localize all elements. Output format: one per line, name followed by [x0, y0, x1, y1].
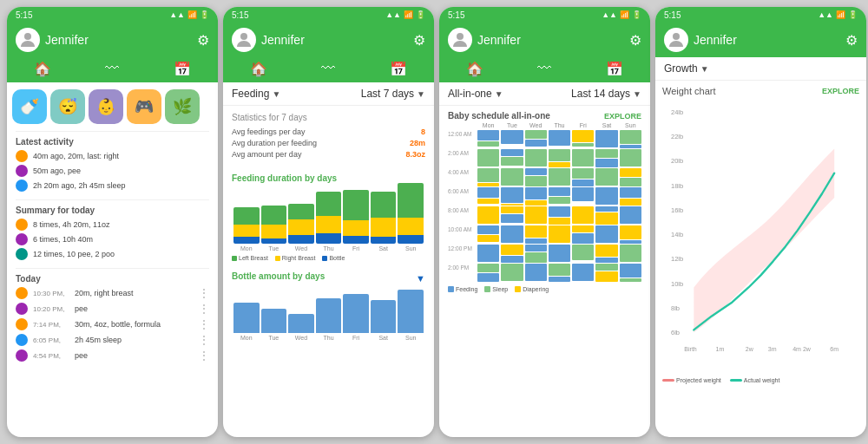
time-row-5: 10:00 AM — [448, 225, 641, 244]
status-bar-1: 5:15 ▲▲ 📶 🔋 — [7, 7, 218, 23]
time-1: 5:15 — [16, 10, 32, 20]
header-3: Jennifer ⚙ — [439, 23, 650, 57]
activity-text-2: 50m ago, pee — [33, 166, 81, 175]
battery-icon-3: 🔋 — [632, 10, 641, 19]
growth-dropdown[interactable]: Growth ▼ — [664, 62, 858, 75]
svg-point-3 — [673, 33, 680, 40]
explore-btn-3[interactable]: EXPLORE — [604, 112, 641, 121]
tl-dot-4 — [16, 334, 28, 346]
time-4: 5:15 — [664, 10, 681, 20]
nav-bar-1[interactable]: 🏠 〰 📅 — [7, 57, 218, 82]
period-label-3: Last 14 days — [571, 88, 630, 100]
tl-more-4[interactable]: ⋮ — [199, 334, 209, 346]
time-2: 5:15 — [232, 10, 248, 20]
calendar-icon-2[interactable]: 📅 — [390, 61, 407, 77]
schedule-legend: Feeding Sleep Diapering — [439, 283, 650, 296]
calendar-icon-1[interactable]: 📅 — [174, 61, 191, 77]
home-icon-1[interactable]: 🏠 — [34, 61, 51, 77]
svg-text:14lb: 14lb — [671, 231, 683, 238]
diaper-btn[interactable]: 👶 — [89, 89, 123, 124]
status-icons-4: ▲▲ 📶 🔋 — [818, 10, 858, 19]
legend-label-bottle: Bottle — [329, 255, 345, 261]
svg-text:6lb: 6lb — [671, 329, 680, 336]
signal-icon: ▲▲ — [169, 10, 185, 19]
play-btn[interactable]: 🎮 — [127, 89, 161, 124]
summary-dot-1 — [16, 219, 28, 231]
svg-text:4m 2w: 4m 2w — [792, 346, 812, 352]
summary-title: Summary for today — [16, 206, 209, 215]
activity-3: 2h 20m ago, 2h 45m sleep — [16, 180, 209, 192]
signal-icon-2: ▲▲ — [385, 10, 401, 19]
summary-dot-3 — [16, 248, 28, 260]
stat-label-2: Avg duration per feeding — [232, 139, 317, 147]
day-wed: Wed — [525, 122, 547, 128]
battery-icon: 🔋 — [200, 10, 209, 19]
tl-more-3[interactable]: ⋮ — [199, 318, 209, 330]
tl-more-1[interactable]: ⋮ — [199, 287, 209, 299]
svg-text:Birth: Birth — [684, 346, 697, 352]
chevron-down-icon: ▼ — [272, 89, 280, 99]
nav-bar-3[interactable]: 🏠 〰 📅 — [439, 57, 650, 82]
time-row-7: 2:00 PM — [448, 264, 641, 282]
chart-icon-1[interactable]: 〰 — [105, 61, 119, 77]
home-icon-3[interactable]: 🏠 — [466, 61, 483, 77]
period-dropdown[interactable]: Last 7 days ▼ — [361, 88, 425, 100]
svg-text:1m: 1m — [716, 346, 725, 352]
summary-dot-2 — [16, 233, 28, 245]
settings-icon-2[interactable]: ⚙ — [413, 32, 425, 49]
status-icons-2: ▲▲ 📶 🔋 — [385, 10, 425, 19]
user-name-4: Jennifer — [694, 33, 737, 47]
allinone-chevron-icon: ▼ — [495, 89, 503, 99]
timeline-1: 10:30 PM, 20m, right breast ⋮ — [16, 287, 209, 299]
day-sun: Sun — [620, 122, 641, 128]
home-icon-2[interactable]: 🏠 — [250, 61, 267, 77]
day-sat: Sat — [595, 122, 617, 128]
stat-row-2: Avg duration per feeding 28m — [232, 139, 425, 147]
cols-5 — [477, 225, 641, 244]
settings-icon-3[interactable]: ⚙ — [629, 32, 641, 49]
timeline-4: 6:05 PM, 2h 45m sleep ⋮ — [16, 334, 209, 346]
svg-text:2w: 2w — [746, 346, 754, 352]
filter-icon[interactable]: ▼ — [416, 273, 425, 284]
more-btn[interactable]: 🌿 — [165, 89, 200, 124]
avatar-2 — [232, 28, 256, 52]
legend-sleep: Sleep — [484, 286, 508, 292]
bottle-chart-title: Bottle amount by days — [232, 271, 325, 281]
settings-icon-4[interactable]: ⚙ — [845, 32, 858, 49]
tl-time-4: 6:05 PM, — [33, 336, 69, 344]
phone-3: 5:15 ▲▲ 📶 🔋 Jennifer ⚙ 🏠 〰 📅 All-in-on — [439, 7, 650, 437]
latest-activity-section: Latest activity 40m ago, 20m, last: righ… — [7, 132, 218, 199]
growth-chevron-icon: ▼ — [700, 64, 709, 74]
chart-legend-bottom: Projected weight Actual weight — [662, 377, 859, 383]
summary-1: 8 times, 4h 20m, 11oz — [16, 219, 209, 231]
activity-text-3: 2h 20m ago, 2h 45m sleep — [33, 181, 126, 190]
schedule-title: Baby schedule all-in-one — [448, 111, 550, 121]
time-row-3: 6:00 AM — [448, 187, 641, 206]
time-3: 5:15 — [448, 10, 464, 20]
settings-icon-1[interactable]: ⚙ — [197, 32, 209, 49]
svg-text:22lb: 22lb — [671, 133, 683, 140]
chart-icon-3[interactable]: 〰 — [537, 61, 551, 77]
chart-icon-2[interactable]: 〰 — [321, 61, 335, 77]
tl-more-5[interactable]: ⋮ — [199, 349, 209, 362]
svg-point-0 — [24, 33, 31, 40]
explore-btn-4[interactable]: EXPLORE — [822, 87, 859, 95]
weight-chart-svg: 24lb 22lb 20lb 18lb 16lb 14lb 12lb 10lb … — [662, 100, 859, 377]
actual-legend-line — [730, 379, 742, 382]
cols-6 — [477, 245, 641, 263]
sleep-btn[interactable]: 😴 — [50, 89, 85, 124]
feeding-dropdown[interactable]: Feeding ▼ — [232, 88, 280, 100]
period-dropdown-3[interactable]: Last 14 days ▼ — [571, 88, 641, 100]
svg-point-1 — [240, 33, 247, 40]
calendar-icon-3[interactable]: 📅 — [606, 61, 623, 77]
nav-bar-2[interactable]: 🏠 〰 📅 — [223, 57, 434, 82]
header-left-3: Jennifer — [448, 28, 521, 52]
day-tue: Tue — [501, 122, 523, 128]
tl-more-2[interactable]: ⋮ — [199, 303, 209, 315]
allinone-dropdown[interactable]: All-in-one ▼ — [448, 88, 503, 100]
tl-dot-1 — [16, 287, 28, 299]
svg-text:20lb: 20lb — [671, 157, 683, 165]
battery-icon-2: 🔋 — [416, 10, 425, 19]
feeding-btn[interactable]: 🍼 — [12, 89, 47, 124]
stat-value-2: 28m — [410, 139, 425, 147]
